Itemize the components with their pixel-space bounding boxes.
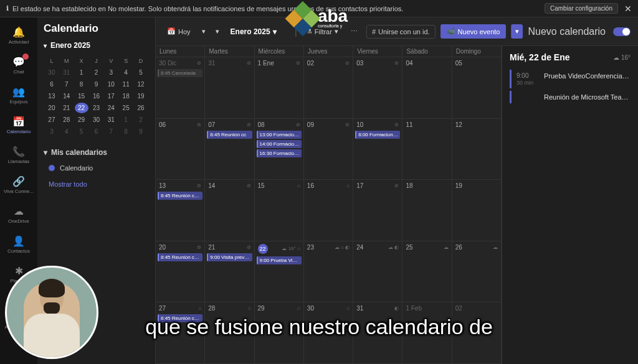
mini-day[interactable]: 1 <box>75 67 88 78</box>
calendar-event[interactable]: 14:00 Formacion T <box>257 140 302 148</box>
mini-day[interactable]: 13 <box>45 91 59 101</box>
rail-item-onedrive[interactable]: ☁OneDrive <box>0 200 37 229</box>
mini-day[interactable]: 27 <box>45 114 59 125</box>
calendar-cell[interactable]: 04 <box>402 57 452 118</box>
calendar-event[interactable]: 13:00 Formacion T <box>257 131 302 139</box>
calendar-cell[interactable]: 07⊘8:45 Reunión cc <box>205 119 254 180</box>
calendar-cell[interactable]: 23☁ ⌂ ◐ <box>304 241 353 302</box>
my-calendars-header[interactable]: ▾ Mis calendarios <box>44 148 149 157</box>
calendar-cell[interactable]: 11 <box>402 119 452 180</box>
calendar-cell[interactable]: 22☁ 16° ⌂9:00 Prueba Video <box>255 241 304 302</box>
mini-day[interactable]: 7 <box>104 126 118 137</box>
rail-item-calendario[interactable]: 📅Calendario <box>0 111 37 139</box>
calendar-cell[interactable]: 25☁ <box>402 241 452 302</box>
calendar-cell[interactable]: 13⊘8:45 Reunión cc♻ <box>156 180 205 241</box>
new-calendar-toggle[interactable] <box>613 27 631 36</box>
mini-day[interactable]: 5 <box>75 126 88 137</box>
mini-day[interactable]: 19 <box>134 91 148 101</box>
mini-day[interactable]: 7 <box>60 79 74 90</box>
mini-day[interactable]: 8 <box>119 126 133 137</box>
calendar-event[interactable]: 9:00 Visita prevent <box>207 253 252 261</box>
change-config-button[interactable]: Cambiar configuración <box>545 3 618 14</box>
calendar-cell[interactable]: 20⊘8:45 Reunión cc♻ <box>156 241 205 302</box>
calendar-event[interactable]: 8:00 Formacion Te <box>355 131 400 139</box>
mini-day[interactable]: 25 <box>119 103 133 113</box>
today-button[interactable]: 📅 Hoy <box>163 25 194 38</box>
mini-day[interactable]: 15 <box>75 91 88 101</box>
mini-day[interactable]: 28 <box>60 114 74 125</box>
mini-day[interactable]: 4 <box>60 126 74 137</box>
next-arrow-button[interactable]: ▾ <box>213 25 222 38</box>
mini-day[interactable]: 8 <box>75 79 88 90</box>
join-with-id-button[interactable]: # Unirse con un id. <box>366 25 436 39</box>
mini-day[interactable]: 6 <box>45 79 59 90</box>
mini-day[interactable]: 9 <box>134 126 148 137</box>
rail-item-llamadas[interactable]: 📞Llamadas <box>0 141 37 169</box>
mini-day[interactable]: 5 <box>134 67 148 78</box>
mini-day[interactable]: 24 <box>104 103 118 113</box>
calendar-cell[interactable]: 19 <box>452 180 502 241</box>
rail-item-chat[interactable]: 💬Chat <box>0 51 37 80</box>
mini-day[interactable]: 1 <box>119 114 133 125</box>
calendar-event[interactable]: 8:45 Reunión cc <box>207 131 252 139</box>
calendar-cell[interactable]: 31⊘ <box>205 57 254 118</box>
calendar-event[interactable]: 8:45 Reunión cc♻ <box>158 253 202 261</box>
new-event-button[interactable]: 📹 Nuevo evento <box>440 24 507 39</box>
rail-item-equipos[interactable]: 👥Equipos <box>0 81 37 110</box>
calendar-cell[interactable]: 16⌂ <box>304 180 353 241</box>
calendar-cell[interactable]: 05 <box>452 57 502 118</box>
mini-day[interactable]: 2 <box>90 67 103 78</box>
calendar-cell[interactable]: 06⊘ <box>156 119 205 180</box>
mini-day[interactable]: 3 <box>104 67 118 78</box>
rail-item-contactos[interactable]: 👤Contactos <box>0 230 37 259</box>
calendar-event[interactable]: 9:00 Prueba Video <box>257 256 302 264</box>
calendar-event[interactable]: 8:45 Cancelada <box>158 69 202 77</box>
mini-day[interactable]: 12 <box>134 79 148 90</box>
calendar-event[interactable]: 8:45 Reunión cc♻ <box>158 192 202 200</box>
calendar-cell[interactable]: 10⊘8:00 Formacion Te <box>353 119 402 180</box>
mini-day[interactable]: 11 <box>119 79 133 90</box>
rail-item-viva conne...[interactable]: 🔗Viva Conne... <box>0 170 37 199</box>
calendar-cell[interactable]: 14⊘ <box>205 180 254 241</box>
mini-cal-header[interactable]: ▾ Enero 2025 <box>44 41 149 50</box>
mini-day[interactable]: 9 <box>90 79 103 90</box>
rail-item-actividad[interactable]: 🔔Actividad <box>0 21 37 50</box>
mini-day[interactable]: 20 <box>45 103 59 113</box>
mini-day[interactable]: 23 <box>90 103 103 113</box>
show-all-link[interactable]: Mostrar todo <box>44 174 149 194</box>
mini-day[interactable]: 18 <box>119 91 133 101</box>
calendar-cell[interactable]: 18 <box>402 180 452 241</box>
calendar-cell[interactable]: 15⌂ <box>255 180 304 241</box>
mini-day[interactable]: 30 <box>45 67 59 78</box>
calendar-event[interactable]: 16:30 Formacion T <box>257 149 302 157</box>
mini-day[interactable]: 21 <box>60 103 74 113</box>
more-options-button[interactable]: ⋯ <box>347 25 361 38</box>
mini-day[interactable]: 2 <box>134 114 148 125</box>
mini-day[interactable]: 16 <box>90 91 103 101</box>
calendar-cell[interactable]: 30 Dic⊘8:45 Cancelada <box>156 57 205 118</box>
prev-arrow-button[interactable]: ▾ <box>199 25 208 38</box>
close-notification-icon[interactable]: ✕ <box>624 4 632 14</box>
mini-day[interactable]: 22 <box>75 103 88 113</box>
mini-day[interactable]: 17 <box>104 91 118 101</box>
mini-day[interactable]: 31 <box>60 67 74 78</box>
mini-day[interactable]: 30 <box>90 114 103 125</box>
mini-day[interactable]: 10 <box>104 79 118 90</box>
detail-event[interactable]: Reunión de Microsoft Teams <box>510 91 631 103</box>
calendar-cell[interactable]: 21⊘9:00 Visita prevent <box>205 241 254 302</box>
calendar-cell[interactable]: 08⊘13:00 Formacion T14:00 Formacion T16:… <box>255 119 304 180</box>
calendar-cell[interactable]: 1 Ene⊘ <box>255 57 304 118</box>
mini-day[interactable]: 14 <box>60 91 74 101</box>
calendar-cell[interactable]: 24☁ ◐ <box>353 241 402 302</box>
calendar-cell[interactable]: 02⊘ <box>304 57 353 118</box>
new-event-dropdown[interactable]: ▾ <box>511 24 523 39</box>
mini-day[interactable]: 31 <box>104 114 118 125</box>
mini-day[interactable]: 3 <box>45 126 59 137</box>
mini-day[interactable]: 29 <box>75 114 88 125</box>
calendar-cell[interactable]: 09⊘ <box>304 119 353 180</box>
calendar-cell[interactable]: 03⊘ <box>353 57 402 118</box>
mini-day[interactable]: 4 <box>119 67 133 78</box>
calendar-cell[interactable]: 17⊘ <box>353 180 402 241</box>
calendar-cell[interactable]: 26☁ <box>452 241 502 302</box>
calendar-entry[interactable]: Calendario <box>44 162 149 174</box>
